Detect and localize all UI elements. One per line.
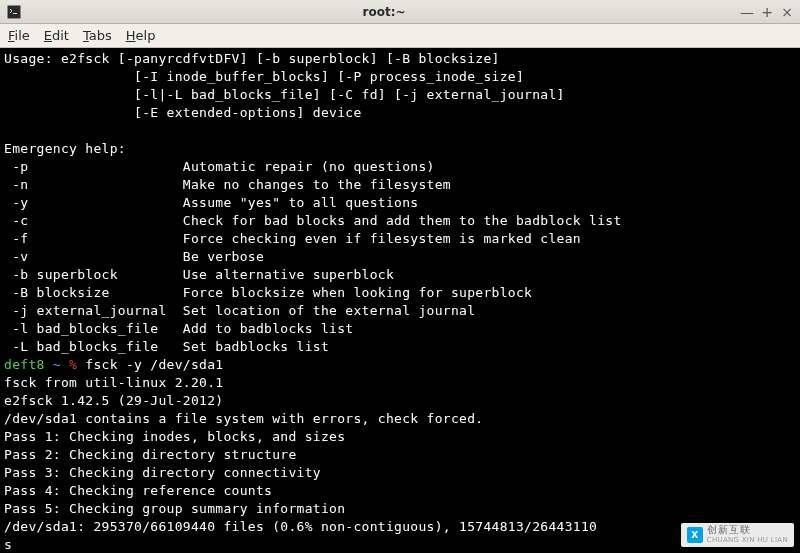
- terminal-line: Pass 4: Checking reference counts: [4, 483, 272, 498]
- terminal-line: /dev/sda1: 295370/66109440 files (0.6% n…: [4, 519, 597, 534]
- terminal-line: -L bad_blocks_file Set badblocks list: [4, 339, 329, 354]
- terminal-line: -p Automatic repair (no questions): [4, 159, 435, 174]
- terminal-line: -b superblock Use alternative superblock: [4, 267, 394, 282]
- menu-help[interactable]: Help: [126, 28, 156, 43]
- svg-rect-0: [8, 5, 21, 18]
- terminal-line: -B blocksize Force blocksize when lookin…: [4, 285, 532, 300]
- terminal-line: [-E extended-options] device: [4, 105, 362, 120]
- terminal-line: -f Force checking even if filesystem is …: [4, 231, 581, 246]
- terminal-line: s: [4, 537, 12, 552]
- terminal-line: fsck from util-linux 2.20.1: [4, 375, 223, 390]
- terminal-line: -y Assume "yes" to all questions: [4, 195, 418, 210]
- close-button[interactable]: ×: [780, 4, 794, 20]
- minimize-button[interactable]: —: [740, 4, 754, 20]
- terminal-line: Usage: e2fsck [-panyrcdfvtDFV] [-b super…: [4, 51, 500, 66]
- command-text: fsck -y /dev/sda1: [85, 357, 223, 372]
- terminal-output[interactable]: Usage: e2fsck [-panyrcdfvtDFV] [-b super…: [0, 48, 800, 553]
- window-controls: — + ×: [740, 4, 794, 20]
- watermark-text-en: CHUANG XIN HU LIAN: [707, 535, 788, 545]
- terminal-line: -l bad_blocks_file Add to badblocks list: [4, 321, 353, 336]
- terminal-icon: [6, 4, 22, 20]
- terminal-line: -j external_journal Set location of the …: [4, 303, 475, 318]
- prompt-host: deft8: [4, 357, 45, 372]
- terminal-line: Pass 3: Checking directory connectivity: [4, 465, 321, 480]
- watermark: X 创新互联 CHUANG XIN HU LIAN: [681, 523, 794, 547]
- terminal-line: [-I inode_buffer_blocks] [-P process_ino…: [4, 69, 524, 84]
- window-titlebar: root:~ — + ×: [0, 0, 800, 24]
- terminal-line: Emergency help:: [4, 141, 126, 156]
- terminal-line: -c Check for bad blocks and add them to …: [4, 213, 622, 228]
- watermark-icon: X: [687, 527, 703, 543]
- terminal-line: Pass 1: Checking inodes, blocks, and siz…: [4, 429, 345, 444]
- maximize-button[interactable]: +: [760, 4, 774, 20]
- terminal-line: -v Be verbose: [4, 249, 264, 264]
- menu-edit[interactable]: Edit: [44, 28, 69, 43]
- terminal-line: Pass 2: Checking directory structure: [4, 447, 297, 462]
- window-title: root:~: [28, 5, 740, 19]
- menu-file[interactable]: File: [8, 28, 30, 43]
- terminal-line: [-l|-L bad_blocks_file] [-C fd] [-j exte…: [4, 87, 565, 102]
- menubar: File Edit Tabs Help: [0, 24, 800, 48]
- terminal-line: e2fsck 1.42.5 (29-Jul-2012): [4, 393, 223, 408]
- terminal-line: /dev/sda1 contains a file system with er…: [4, 411, 483, 426]
- prompt-cwd: ~: [53, 357, 61, 372]
- watermark-text-cn: 创新互联: [707, 525, 788, 535]
- prompt-symbol: %: [69, 357, 77, 372]
- terminal-line: Pass 5: Checking group summary informati…: [4, 501, 345, 516]
- terminal-line: -n Make no changes to the filesystem: [4, 177, 451, 192]
- menu-tabs[interactable]: Tabs: [83, 28, 112, 43]
